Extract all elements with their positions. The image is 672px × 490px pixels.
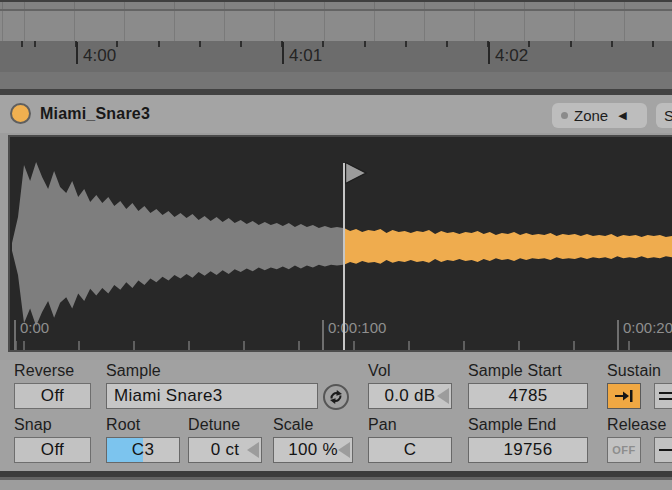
vol-label: Vol xyxy=(368,362,391,380)
sample-start-field[interactable]: 4785 xyxy=(468,383,588,409)
arrangement-grid xyxy=(0,2,672,41)
grid-top-shade xyxy=(0,2,672,9)
root-value: C3 xyxy=(132,440,154,460)
sample-end-label: Sample End xyxy=(468,416,556,434)
waveform-time-label: 0:00:200 xyxy=(617,320,672,350)
sample-tab[interactable]: S xyxy=(656,103,672,128)
root-note-field[interactable]: C3 xyxy=(106,437,180,463)
vol-field[interactable]: 0.0 dB xyxy=(368,383,452,409)
pan-field[interactable]: C xyxy=(368,437,452,463)
device-title: Miami_Snare3 xyxy=(40,95,150,133)
scale-field[interactable]: 100 % xyxy=(273,437,353,463)
arrow-to-bar-icon xyxy=(613,389,635,403)
zone-indicator-icon xyxy=(561,112,568,119)
root-label: Root xyxy=(106,416,140,434)
device-activator-icon[interactable] xyxy=(10,103,31,124)
detune-value: 0 ct xyxy=(211,440,240,460)
ableton-sampler-screen: 4:00 4:01 4:02 Miami_Snare3 Zone ◀ S 0:0… xyxy=(0,0,672,490)
vol-value: 0.0 dB xyxy=(385,386,436,406)
refresh-icon xyxy=(325,386,347,408)
sample-control-panel: Reverse Sample Vol Sample Start Sustain … xyxy=(0,360,672,471)
release-off-label: OFF xyxy=(612,444,636,456)
waveform-display[interactable]: 0:00 0:00:100 0:00:200 xyxy=(8,135,672,352)
ruler-label: 4:01 xyxy=(282,42,322,64)
pan-value: C xyxy=(404,440,417,460)
zone-arrow-icon: ◀ xyxy=(618,109,626,122)
detune-label: Detune xyxy=(188,416,240,434)
drag-arrow-icon xyxy=(437,388,449,404)
sample-tab-label: S xyxy=(664,107,672,124)
scale-label: Scale xyxy=(273,416,314,434)
bottom-band xyxy=(0,480,672,490)
dash-icon xyxy=(656,443,672,457)
loop-icon xyxy=(656,389,672,403)
waveform-time-label: 0:00 xyxy=(14,320,49,350)
release-mode-button[interactable] xyxy=(654,437,672,463)
drag-arrow-icon xyxy=(338,442,350,458)
zone-button-label: Zone xyxy=(574,107,608,124)
reverse-value: Off xyxy=(41,386,64,406)
pan-label: Pan xyxy=(368,416,397,434)
device-title-bar: Miami_Snare3 Zone ◀ S xyxy=(0,95,672,133)
sample-name-value: Miami Snare3 xyxy=(114,386,222,406)
grid-divider-line xyxy=(0,9,672,11)
snap-label: Snap xyxy=(14,416,52,434)
sustain-mode-label: Sustain xyxy=(607,362,661,380)
start-marker-line[interactable] xyxy=(343,163,345,350)
sample-start-value: 4785 xyxy=(508,386,547,406)
reverse-button[interactable]: Off xyxy=(14,383,91,409)
detune-field[interactable]: 0 ct xyxy=(188,437,262,463)
ruler-label: 4:02 xyxy=(488,42,528,64)
arrangement-time-ruler[interactable]: 4:00 4:01 4:02 xyxy=(0,41,672,72)
reverse-label: Reverse xyxy=(14,362,74,380)
zone-button[interactable]: Zone ◀ xyxy=(552,103,647,128)
sample-end-value: 19756 xyxy=(504,440,553,460)
scale-value: 100 % xyxy=(288,440,338,460)
sample-label: Sample xyxy=(106,362,161,380)
scrub-area-band[interactable] xyxy=(0,72,672,89)
refresh-button[interactable] xyxy=(323,384,349,410)
sustain-mode-marker-button[interactable] xyxy=(607,383,641,409)
sustain-mode-loop-button[interactable] xyxy=(654,383,672,409)
sample-start-label: Sample Start xyxy=(468,362,562,380)
release-mode-label: Release xyxy=(607,416,666,434)
snap-button[interactable]: Off xyxy=(14,437,91,463)
start-flag-icon[interactable] xyxy=(345,162,369,186)
ruler-label: 4:00 xyxy=(76,42,116,64)
sample-end-field[interactable]: 19756 xyxy=(468,437,588,463)
sample-name-field[interactable]: Miami Snare3 xyxy=(106,383,318,409)
snap-value: Off xyxy=(41,440,64,460)
waveform-time-label: 0:00:100 xyxy=(322,320,386,350)
release-off-button[interactable]: OFF xyxy=(607,437,641,463)
drag-arrow-icon xyxy=(247,442,259,458)
